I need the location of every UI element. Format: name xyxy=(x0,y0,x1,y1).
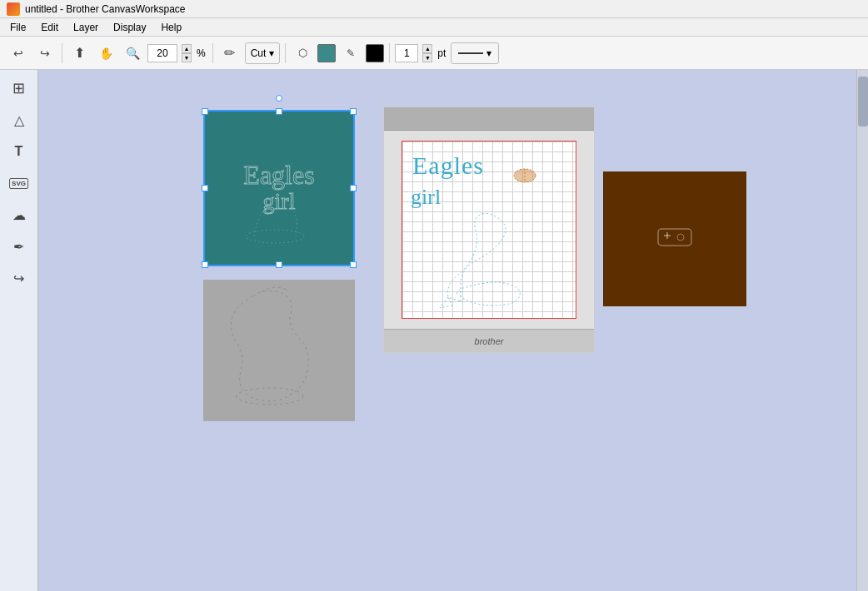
undo-button[interactable]: ↩ xyxy=(7,42,30,65)
preview-football-svg xyxy=(512,167,537,184)
zoom-up[interactable]: ▲ xyxy=(182,44,192,53)
menu-display[interactable]: Display xyxy=(107,20,152,35)
hook-icon: ↪ xyxy=(13,271,24,286)
svg-point-5 xyxy=(677,234,684,241)
svg-point-1 xyxy=(237,388,303,405)
selection-handle-tm[interactable] xyxy=(276,108,282,115)
pt-input[interactable] xyxy=(395,44,418,62)
brother-label: brother xyxy=(475,336,504,346)
preview-inner-area: Eagles girl xyxy=(402,141,576,319)
preview-top-bar xyxy=(384,107,594,131)
erase-button[interactable]: ⬡ xyxy=(291,42,314,65)
shape-icon: △ xyxy=(14,112,24,128)
preview-shoe-svg xyxy=(436,201,536,310)
pt-spinner[interactable]: ▲ ▼ xyxy=(422,44,432,62)
gray-design-block[interactable] xyxy=(203,280,355,421)
toolbar-separator-3 xyxy=(285,43,286,63)
line-style-preview xyxy=(458,52,483,54)
svg-rect-7 xyxy=(666,232,668,239)
layers-icon: ⊞ xyxy=(12,79,25,97)
main-area: ⊞ △ T SVG ☁ ✒ ↪ Eagles xyxy=(0,70,868,591)
selection-handle-tr[interactable] xyxy=(350,108,357,115)
teal-content: Eagles girl xyxy=(208,115,350,261)
toolbar-separator-2 xyxy=(212,43,213,63)
menu-edit[interactable]: Edit xyxy=(34,20,65,35)
pan-tool-button[interactable]: ✋ xyxy=(94,42,117,65)
pen-tool-button[interactable]: ✏ xyxy=(218,42,242,65)
sidebar-item-layers[interactable]: ⊞ xyxy=(4,73,34,103)
preview-eagles-text: Eagles xyxy=(412,151,484,180)
preview-panel: Eagles girl xyxy=(383,107,595,353)
selection-handle-tl[interactable] xyxy=(202,108,208,115)
text-icon: T xyxy=(15,144,23,159)
paint-button[interactable]: ✎ xyxy=(339,42,362,65)
teal-design-block[interactable]: Eagles girl xyxy=(203,110,355,266)
sidebar: ⊞ △ T SVG ☁ ✒ ↪ xyxy=(0,70,38,591)
zoom-unit: % xyxy=(197,47,206,59)
preview-bottom-bar: brother xyxy=(384,329,594,352)
selection-handle-bl[interactable] xyxy=(202,261,208,268)
toolbar: ↩ ↪ ⬆ ✋ 🔍 ▲ ▼ % ✏ Cut ▾ ⬡ ✎ ▲ ▼ pt ▾ xyxy=(0,37,868,70)
preview-content-area: Eagles girl xyxy=(384,131,594,329)
cut-dropdown[interactable]: Cut ▾ xyxy=(245,42,281,64)
pt-up[interactable]: ▲ xyxy=(422,44,432,53)
svg-rect-4 xyxy=(658,229,691,246)
color-swatch-teal[interactable] xyxy=(317,44,336,62)
sidebar-item-text[interactable]: T xyxy=(4,137,34,166)
zoom-spinner[interactable]: ▲ ▼ xyxy=(182,44,192,62)
shoe-svg xyxy=(242,186,308,253)
zoom-down[interactable]: ▼ xyxy=(182,53,192,62)
selection-handle-mr[interactable] xyxy=(350,185,357,191)
sidebar-item-hook[interactable]: ↪ xyxy=(4,263,34,293)
gray-shoe-svg xyxy=(203,280,355,421)
select-tool-button[interactable]: ⬆ xyxy=(67,42,91,65)
menu-bar: File Edit Layer Display Help xyxy=(0,18,868,37)
pen-icon: ✒ xyxy=(13,239,24,255)
scrollbar-right[interactable] xyxy=(856,70,868,591)
sidebar-item-cloud[interactable]: ☁ xyxy=(4,200,34,230)
svg-point-0 xyxy=(246,230,304,243)
redo-button[interactable]: ↪ xyxy=(33,42,57,65)
sidebar-item-shape[interactable]: △ xyxy=(4,105,34,135)
pt-down[interactable]: ▼ xyxy=(422,53,432,62)
preview-girl-text: girl xyxy=(411,185,441,210)
zoom-input[interactable] xyxy=(147,44,177,62)
line-style-dropdown[interactable]: ▾ xyxy=(451,42,499,64)
cut-label: Cut xyxy=(251,47,267,59)
cut-dropdown-arrow: ▾ xyxy=(269,47,274,59)
selection-handle-br[interactable] xyxy=(350,261,357,268)
controller-svg xyxy=(654,222,696,251)
color-swatch-black[interactable] xyxy=(366,44,384,62)
sidebar-item-pen[interactable]: ✒ xyxy=(4,231,34,261)
sidebar-item-svg[interactable]: SVG xyxy=(4,168,34,198)
brown-design-block[interactable] xyxy=(603,171,746,306)
menu-help[interactable]: Help xyxy=(154,20,188,35)
gray-content xyxy=(203,280,355,421)
toolbar-separator-4 xyxy=(389,43,390,63)
zoom-tool-button[interactable]: 🔍 xyxy=(121,42,144,65)
window-title: untitled - Brother CanvasWorkspace xyxy=(25,3,186,15)
toolbar-separator-1 xyxy=(62,43,62,63)
selection-handle-ml[interactable] xyxy=(202,185,208,191)
canvas-area[interactable]: Eagles girl xyxy=(38,70,868,591)
selection-handle-bm[interactable] xyxy=(276,261,282,268)
menu-file[interactable]: File xyxy=(3,20,32,35)
title-bar: untitled - Brother CanvasWorkspace xyxy=(0,0,868,18)
line-style-arrow: ▾ xyxy=(486,47,491,59)
svg-icon: SVG xyxy=(9,178,28,189)
brown-block-icon xyxy=(654,222,696,256)
selection-rotate-handle[interactable] xyxy=(276,95,282,102)
pt-unit: pt xyxy=(437,47,446,59)
cloud-icon: ☁ xyxy=(12,207,26,223)
teal-eagles-text: Eagles xyxy=(243,161,314,188)
scrollbar-thumb[interactable] xyxy=(858,77,868,127)
menu-layer[interactable]: Layer xyxy=(67,20,105,35)
app-icon xyxy=(7,2,20,16)
